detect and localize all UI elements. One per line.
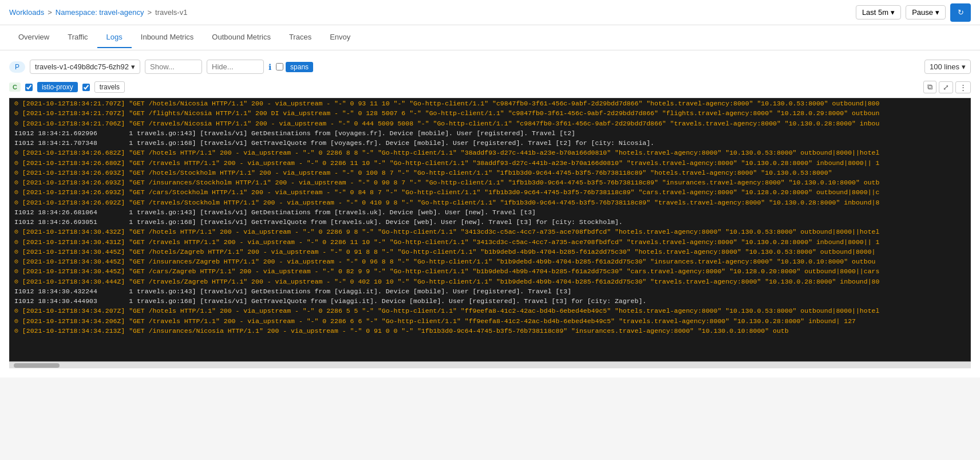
istio-proxy-badge: istio-proxy	[37, 82, 78, 92]
expand-logs-button[interactable]: ⤢	[939, 81, 953, 93]
pause-label: Pause	[912, 8, 933, 17]
log-line: I1012 18:34:21.707348 1 travels.go:168] …	[10, 138, 970, 148]
log-line: I1012 18:34:26.693051 1 travels.go:168] …	[10, 217, 970, 227]
breadcrumb-sep1: >	[48, 8, 52, 17]
spans-checkbox[interactable]	[276, 63, 283, 70]
time-range-label: Last 5m	[862, 8, 888, 17]
lines-selector[interactable]: 100 lines ▾	[924, 60, 971, 74]
container-prefix-badge: C	[9, 82, 21, 92]
log-line: ⊙ [2021-10-12T18:34:30.445Z] "GET /insur…	[10, 257, 970, 266]
istio-proxy-checkbox[interactable]	[25, 84, 33, 91]
log-line: I1012 18:34:30.444903 1 travels.go:168] …	[10, 296, 970, 306]
more-options-button[interactable]: ⋮	[955, 81, 971, 93]
hide-input[interactable]	[207, 60, 264, 74]
log-line: ⊙ [2021-10-12T18:34:30.444Z] "GET /trave…	[10, 277, 970, 286]
breadcrumb-sep2: >	[147, 8, 152, 17]
log-line: I1012 18:34:26.681064 1 travels.go:143] …	[10, 207, 970, 217]
breadcrumb-namespace[interactable]: Namespace: travel-agency	[56, 8, 144, 17]
log-line: ⊙ [2021-10-12T18:34:34.207Z] "GET /hotel…	[10, 306, 970, 316]
log-line: ⊙ [2021-10-12T18:34:34.213Z] "GET /insur…	[10, 326, 970, 336]
tab-outbound-metrics[interactable]: Outbound Metrics	[203, 27, 280, 48]
refresh-icon: ↻	[958, 8, 964, 17]
tab-traces[interactable]: Traces	[280, 27, 321, 48]
log-line: ⊙ [2021-10-12T18:34:26.693Z] "GET /insur…	[10, 178, 970, 187]
header-controls: Last 5m ▾ Pause ▾ ↻	[856, 3, 971, 22]
log-line: ⊙ [2021-10-12T18:34:26.693Z] "GET /cars/…	[10, 187, 970, 197]
chevron-down-icon: ▾	[131, 62, 135, 71]
breadcrumb: Workloads > Namespace: travel-agency > t…	[9, 8, 187, 17]
tab-overview[interactable]: Overview	[9, 27, 58, 48]
pod-name-label: travels-v1-c49b8dc75-6zh92	[35, 62, 129, 71]
breadcrumb-workload: travels-v1	[155, 8, 187, 17]
log-line: ⊙ [2021-10-12T18:34:21.706Z] "GET /trave…	[10, 119, 970, 128]
horizontal-scrollbar[interactable]	[9, 361, 971, 368]
spans-checkbox-group: spans	[276, 62, 313, 72]
pause-dropdown[interactable]: Pause ▾	[906, 5, 946, 19]
travels-checkbox[interactable]	[82, 84, 90, 91]
time-range-dropdown[interactable]: Last 5m ▾	[856, 5, 901, 19]
log-line: ⊙ [2021-10-12T18:34:21.707Z] "GET /hotel…	[10, 99, 970, 108]
info-icon[interactable]: ℹ	[268, 62, 271, 72]
container-row: C istio-proxy travels ⧉ ⤢ ⋮	[9, 81, 971, 93]
pod-selector[interactable]: travels-v1-c49b8dc75-6zh92 ▾	[30, 60, 140, 74]
log-line: I1012 18:34:30.432244 1 travels.go:143] …	[10, 286, 970, 296]
lines-label: 100 lines	[930, 62, 959, 71]
chevron-down-icon: ▾	[962, 62, 966, 71]
refresh-button[interactable]: ↻	[950, 3, 971, 22]
breadcrumb-workloads[interactable]: Workloads	[9, 8, 44, 17]
log-line: ⊙ [2021-10-12T18:34:21.707Z] "GET /fligh…	[10, 108, 970, 118]
log-line: I1012 18:34:21.692996 1 travels.go:143] …	[10, 128, 970, 138]
tab-traffic[interactable]: Traffic	[58, 27, 97, 48]
scroll-thumb[interactable]	[14, 363, 60, 368]
copy-logs-button[interactable]: ⧉	[923, 81, 936, 93]
tab-inbound-metrics[interactable]: Inbound Metrics	[132, 27, 203, 48]
log-line: ⊙ [2021-10-12T18:34:30.445Z] "GET /cars/…	[10, 266, 970, 276]
log-line: ⊙ [2021-10-12T18:34:26.680Z] "GET /trave…	[10, 158, 970, 168]
log-line: ⊙ [2021-10-12T18:34:34.206Z] "GET /trave…	[10, 316, 970, 326]
log-line: ⊙ [2021-10-12T18:34:26.693Z] "GET /hotel…	[10, 168, 970, 178]
chevron-down-icon: ▾	[891, 8, 895, 17]
main-content: P travels-v1-c49b8dc75-6zh92 ▾ ℹ spans 1…	[0, 50, 980, 378]
pod-prefix-badge: P	[9, 61, 25, 73]
show-input[interactable]	[145, 60, 202, 74]
chevron-down-icon: ▾	[935, 8, 939, 17]
log-actions: ⧉ ⤢ ⋮	[923, 81, 971, 93]
tab-envoy[interactable]: Envoy	[321, 27, 359, 48]
spans-label[interactable]: spans	[286, 62, 313, 72]
tab-logs[interactable]: Logs	[97, 27, 132, 48]
travels-badge: travels	[94, 81, 125, 93]
tabs-bar: Overview Traffic Logs Inbound Metrics Ou…	[0, 25, 980, 50]
filter-row: P travels-v1-c49b8dc75-6zh92 ▾ ℹ spans 1…	[9, 60, 971, 74]
log-line: ⊙ [2021-10-12T18:34:30.445Z] "GET /hotel…	[10, 247, 970, 257]
log-line: ⊙ [2021-10-12T18:34:30.432Z] "GET /hotel…	[10, 227, 970, 237]
log-output[interactable]: ⊙ [2021-10-12T18:34:21.707Z] "GET /hotel…	[9, 98, 971, 361]
log-line: ⊙ [2021-10-12T18:34:26.692Z] "GET /trave…	[10, 198, 970, 207]
log-line: ⊙ [2021-10-12T18:34:26.682Z] "GET /hotel…	[10, 148, 970, 158]
header-bar: Workloads > Namespace: travel-agency > t…	[0, 0, 980, 25]
log-line: ⊙ [2021-10-12T18:34:30.431Z] "GET /trave…	[10, 237, 970, 247]
